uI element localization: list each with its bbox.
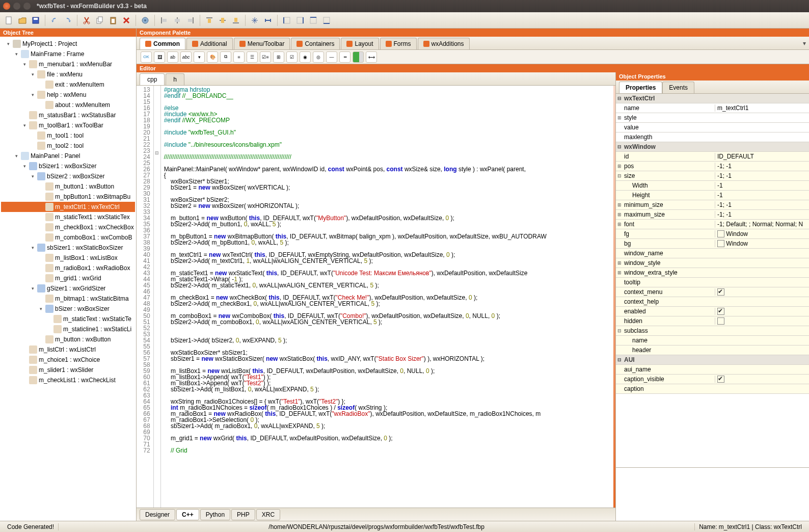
property-row[interactable]: ⊞font-1; Default; ; Normal; Normal; N <box>616 220 809 229</box>
tree-item[interactable]: ▾bSizer2 : wxBoxSizer <box>1 171 135 181</box>
border-left-button[interactable] <box>281 14 293 26</box>
property-row[interactable]: bg Window <box>616 239 809 249</box>
tree-item[interactable]: ▾file : wxMenu <box>1 69 135 79</box>
property-value[interactable] <box>715 317 809 325</box>
property-value[interactable]: ID_DEFAULT <box>715 153 809 160</box>
property-row[interactable]: window_name <box>616 249 809 258</box>
tree-disclosure-icon[interactable]: ▾ <box>38 306 44 311</box>
align-right-button[interactable] <box>184 14 197 26</box>
tree-item[interactable]: ▾help : wxMenu <box>1 90 135 100</box>
palette-gauge[interactable] <box>353 51 364 63</box>
palette-button-ok[interactable]: OK <box>141 51 152 63</box>
property-value[interactable]: -1 <box>715 182 809 189</box>
palette-tab-additional[interactable]: Additional <box>186 38 233 49</box>
stretch-button[interactable] <box>262 14 274 26</box>
property-row[interactable]: hidden <box>616 316 809 326</box>
property-value[interactable] <box>715 288 809 296</box>
tree-item[interactable]: exit : wxMenuItem <box>1 79 135 90</box>
property-value[interactable]: -1; -1 <box>715 201 809 208</box>
tree-item[interactable]: ▾sbSizer1 : wxStaticBoxSizer <box>1 243 135 253</box>
palette-choice[interactable]: ⧉ <box>220 51 231 63</box>
property-expand-icon[interactable]: ⊟ <box>616 173 623 178</box>
tree-item[interactable]: m_staticline1 : wxStaticLi <box>1 324 135 334</box>
property-row[interactable]: fg Window <box>616 229 809 239</box>
tree-item[interactable]: m_radioBox1 : wxRadioBox <box>1 263 135 273</box>
property-expand-icon[interactable]: ⊞ <box>616 164 623 169</box>
view-tab-designer[interactable]: Designer <box>140 509 175 520</box>
property-value[interactable] <box>715 308 809 315</box>
code-editor[interactable]: 13 14 15 16 17 18 19 20 21 22 23 24 25 2… <box>137 86 615 508</box>
paste-button[interactable] <box>107 14 119 26</box>
tree-item[interactable]: m_listBox1 : wxListBox <box>1 253 135 263</box>
tree-item[interactable]: m_grid1 : wxGrid <box>1 273 135 283</box>
window-minimize-button[interactable] <box>13 3 20 10</box>
props-tab-properties[interactable]: Properties <box>619 82 662 93</box>
property-value[interactable] <box>715 376 809 383</box>
tree-disclosure-icon[interactable]: ▾ <box>13 51 19 57</box>
property-expand-icon[interactable]: ⊟ <box>616 328 623 333</box>
tree-disclosure-icon[interactable]: ▾ <box>30 92 36 97</box>
tree-item[interactable]: m_staticText : wxStaticTe <box>1 314 135 324</box>
tree-item[interactable]: ▾m_toolBar1 : wxToolBar <box>1 120 135 130</box>
property-row[interactable]: Height-1 <box>616 191 809 200</box>
palette-tab-containers[interactable]: Containers <box>291 38 340 49</box>
palette-statictext[interactable]: abc <box>180 51 192 63</box>
props-tab-events[interactable]: Events <box>662 82 694 93</box>
property-row[interactable]: ⊞window_style <box>616 258 809 268</box>
palette-checklistbox[interactable]: ☑≡ <box>260 51 271 63</box>
tree-item[interactable]: m_button : wxButton <box>1 334 135 344</box>
palette-slider[interactable]: ⟷ <box>366 51 377 63</box>
tree-item[interactable]: m_statusBar1 : wxStatusBar <box>1 110 135 120</box>
tree-item[interactable]: m_checkList1 : wxCheckList <box>1 375 135 385</box>
tree-disclosure-icon[interactable]: ▾ <box>30 286 36 291</box>
property-value[interactable]: m_textCtrl1 <box>715 104 809 112</box>
tree-disclosure-icon[interactable]: ▾ <box>21 123 28 128</box>
tree-item[interactable]: m_textCtrl1 : wxTextCtrl <box>1 202 135 212</box>
tree-item[interactable]: ▾MyProject1 : Project <box>1 39 135 49</box>
property-checkbox[interactable] <box>717 376 724 383</box>
palette-staticbitmap[interactable]: — <box>326 51 337 63</box>
property-row[interactable]: ⊞style <box>616 113 809 123</box>
tree-disclosure-icon[interactable]: ▾ <box>30 174 36 179</box>
editor-tab-cpp[interactable]: cpp <box>140 73 165 85</box>
property-value[interactable]: -1 <box>715 192 809 199</box>
property-expand-icon[interactable]: ⊞ <box>616 260 623 265</box>
align-bottom-button[interactable] <box>230 14 242 26</box>
align-left-button[interactable] <box>158 14 170 26</box>
palette-bitmap-combobox[interactable]: 🎨 <box>207 51 218 63</box>
palette-combobox[interactable]: ▾ <box>194 51 205 63</box>
tree-item[interactable]: m_button1 : wxButton <box>1 181 135 192</box>
tree-item[interactable]: m_bitmap1 : wxStaticBitma <box>1 294 135 304</box>
palette-listctrl[interactable]: ☰ <box>247 51 258 63</box>
property-grid[interactable]: ⊟wxTextCtrlnamem_textCtrl1⊞stylevaluemax… <box>616 94 809 467</box>
property-checkbox[interactable] <box>717 308 724 315</box>
property-row[interactable]: ⊟subclass <box>616 326 809 336</box>
property-row[interactable]: value <box>616 123 809 132</box>
property-row[interactable]: Width-1 <box>616 181 809 191</box>
tree-disclosure-icon[interactable]: ▾ <box>21 62 28 67</box>
palette-tab-menutoolbar[interactable]: Menu/Toolbar <box>234 38 290 49</box>
border-top-button[interactable] <box>307 14 319 26</box>
tree-item[interactable]: m_bpButton1 : wxBitmapBu <box>1 192 135 202</box>
property-row[interactable]: ⊞maximum_size-1; -1 <box>616 210 809 220</box>
view-tab-c++[interactable]: C++ <box>176 509 199 520</box>
palette-tab-forms[interactable]: Forms <box>380 38 417 49</box>
property-row[interactable]: maxlength <box>616 132 809 142</box>
palette-tab-layout[interactable]: Layout <box>341 38 379 49</box>
property-row[interactable]: ⊟size-1; -1 <box>616 171 809 181</box>
tree-item[interactable]: m_tool2 : tool <box>1 141 135 151</box>
palette-radiobox[interactable]: ◎ <box>313 51 324 63</box>
tree-item[interactable]: ▾gSizer1 : wxGridSizer <box>1 283 135 294</box>
palette-listbox[interactable]: ≡ <box>233 51 245 63</box>
property-value[interactable]: Window <box>715 240 809 248</box>
palette-dropdown-icon[interactable]: ▾ <box>803 40 806 47</box>
tree-item[interactable]: m_listCtrl : wxListCtrl <box>1 344 135 355</box>
property-row[interactable]: ⊞minimum_size-1; -1 <box>616 200 809 210</box>
open-file-button[interactable] <box>16 14 29 26</box>
property-value[interactable]: Window <box>715 230 809 238</box>
tree-item[interactable]: about : wxMenuItem <box>1 100 135 110</box>
property-row[interactable]: idID_DEFAULT <box>616 152 809 162</box>
palette-textctrl[interactable]: ab <box>167 51 178 63</box>
window-maximize-button[interactable] <box>23 3 31 10</box>
tree-item[interactable]: m_comboBox1 : wxComboB <box>1 232 135 243</box>
